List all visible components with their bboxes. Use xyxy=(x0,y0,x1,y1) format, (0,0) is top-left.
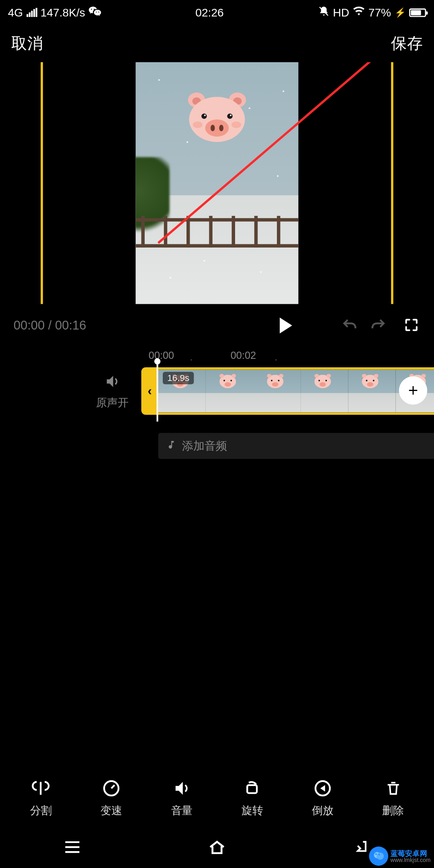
svg-point-41 xyxy=(326,374,331,377)
network-type: 4G xyxy=(8,6,23,19)
tool-split[interactable]: 分割 xyxy=(15,779,66,818)
svg-point-37 xyxy=(319,382,326,387)
watermark: 蓝莓安卓网 www.lmkjst.com xyxy=(369,847,430,866)
tool-rotate[interactable]: 旋转 xyxy=(227,779,278,818)
add-audio-label: 添加音频 xyxy=(182,438,227,454)
svg-point-53 xyxy=(422,374,426,377)
add-clip-button[interactable]: + xyxy=(399,377,427,405)
clip-handle-left[interactable]: ‹ xyxy=(141,367,158,415)
network-speed: 147.8K/s xyxy=(41,6,85,19)
svg-point-12 xyxy=(230,115,231,116)
battery-icon xyxy=(409,8,426,16)
svg-point-38 xyxy=(318,380,320,381)
svg-point-29 xyxy=(231,374,236,377)
svg-point-45 xyxy=(373,380,375,381)
split-icon xyxy=(31,779,51,798)
playhead[interactable] xyxy=(157,360,158,422)
clock: 02:26 xyxy=(195,6,223,19)
svg-point-6 xyxy=(205,119,229,137)
svg-point-32 xyxy=(271,380,272,381)
top-header: 取消 保存 xyxy=(0,23,434,62)
rotate-icon xyxy=(243,779,262,798)
svg-point-60 xyxy=(378,854,380,856)
tool-delete[interactable]: 删除 xyxy=(368,779,419,818)
svg-point-31 xyxy=(272,382,278,387)
bottom-toolbar: 分割 变速 音量 旋转 倒放 删除 xyxy=(0,779,434,818)
undo-button[interactable] xyxy=(341,317,358,334)
tool-reverse[interactable]: 倒放 xyxy=(297,779,348,818)
svg-point-11 xyxy=(204,115,206,116)
status-bar: 4G 147.8K/s 02:26 HD 77% ⚡ xyxy=(0,0,434,23)
svg-point-59 xyxy=(375,853,377,855)
svg-point-7 xyxy=(211,125,215,131)
original-sound-toggle[interactable]: 原声开 xyxy=(96,373,128,410)
tool-speed[interactable]: 变速 xyxy=(86,779,137,818)
charging-icon: ⚡ xyxy=(395,7,406,18)
svg-point-26 xyxy=(223,380,225,381)
svg-point-27 xyxy=(230,380,232,381)
svg-point-58 xyxy=(377,852,384,860)
clip-duration-badge: 16.9s xyxy=(163,372,194,384)
save-button[interactable]: 保存 xyxy=(391,33,423,54)
add-audio-row[interactable]: 添加音频 xyxy=(158,433,434,459)
time-ruler: 00:00 · 00:02 · xyxy=(0,347,434,364)
trash-icon xyxy=(385,779,401,798)
play-button[interactable] xyxy=(276,315,296,336)
reverse-icon xyxy=(313,779,332,798)
nav-menu-button[interactable] xyxy=(61,836,84,858)
fullscreen-button[interactable] xyxy=(403,317,420,334)
tool-volume[interactable]: 音量 xyxy=(156,779,207,818)
video-preview[interactable] xyxy=(136,62,299,304)
svg-point-33 xyxy=(278,380,280,381)
volume-icon xyxy=(172,779,191,798)
playback-controls: 00:00 / 00:16 xyxy=(0,305,434,344)
svg-point-8 xyxy=(219,125,223,131)
svg-rect-55 xyxy=(248,785,257,793)
svg-point-13 xyxy=(193,121,203,128)
svg-point-43 xyxy=(367,382,373,387)
clip-strip[interactable] xyxy=(158,367,434,415)
svg-point-47 xyxy=(374,374,379,377)
svg-point-28 xyxy=(219,374,224,377)
music-note-icon xyxy=(166,439,176,452)
wechat-icon xyxy=(88,5,101,19)
time-display: 00:00 / 00:16 xyxy=(14,318,269,333)
preview-area xyxy=(0,62,434,305)
cancel-button[interactable]: 取消 xyxy=(11,33,43,54)
svg-point-9 xyxy=(201,113,207,119)
battery-pct: 77% xyxy=(368,6,391,19)
svg-point-39 xyxy=(326,380,327,381)
svg-point-25 xyxy=(225,382,231,387)
svg-point-34 xyxy=(267,374,271,377)
speed-icon xyxy=(102,779,121,798)
svg-point-40 xyxy=(314,374,319,377)
svg-point-14 xyxy=(231,121,241,128)
svg-point-44 xyxy=(366,380,367,381)
redo-button[interactable] xyxy=(370,317,387,334)
timeline[interactable]: 原声开 ‹ 16.9s + xyxy=(0,367,434,424)
svg-point-46 xyxy=(362,374,366,377)
svg-point-35 xyxy=(279,374,283,377)
hd-label: HD xyxy=(333,6,349,19)
pig-sticker xyxy=(184,90,250,144)
nav-home-button[interactable] xyxy=(206,836,228,858)
signal-icon xyxy=(27,8,37,17)
ruler-tick-0: 00:00 xyxy=(149,350,174,362)
wifi-icon xyxy=(352,6,365,19)
dnd-icon xyxy=(318,5,330,19)
ruler-tick-1: 00:02 xyxy=(231,350,256,362)
watermark-badge-icon xyxy=(369,847,388,866)
svg-point-10 xyxy=(227,113,232,119)
